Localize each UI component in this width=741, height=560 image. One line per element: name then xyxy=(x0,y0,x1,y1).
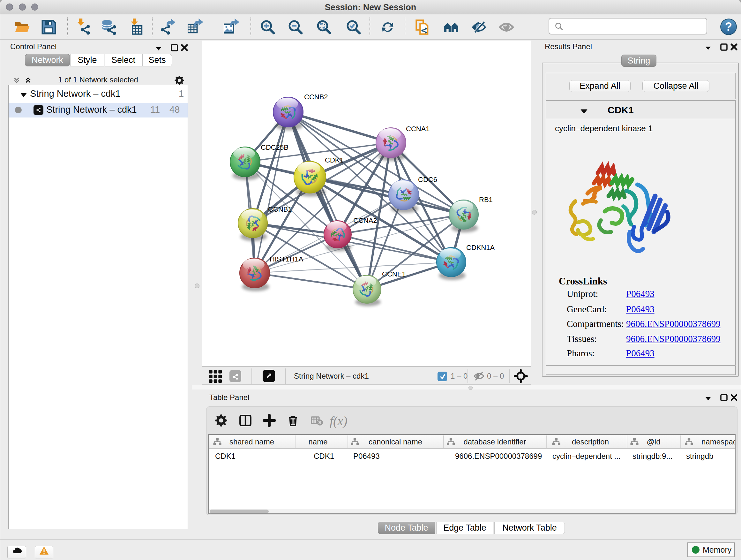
svg-text:CCNA1: CCNA1 xyxy=(406,125,430,133)
svg-text:CCNA2: CCNA2 xyxy=(353,216,377,225)
svg-text:CCNB2: CCNB2 xyxy=(304,93,328,101)
svg-text:CDC6: CDC6 xyxy=(418,176,437,184)
svg-text:CCNE1: CCNE1 xyxy=(382,270,406,278)
svg-text:?: ? xyxy=(725,20,732,33)
svg-text:CDK1: CDK1 xyxy=(325,156,344,164)
svg-text:CDKN1A: CDKN1A xyxy=(466,244,495,252)
svg-text:HIST1H1A: HIST1H1A xyxy=(270,255,303,263)
svg-text:CCNB1: CCNB1 xyxy=(268,205,292,213)
svg-text:RB1: RB1 xyxy=(479,196,493,204)
svg-text:CDC25B: CDC25B xyxy=(261,143,288,151)
